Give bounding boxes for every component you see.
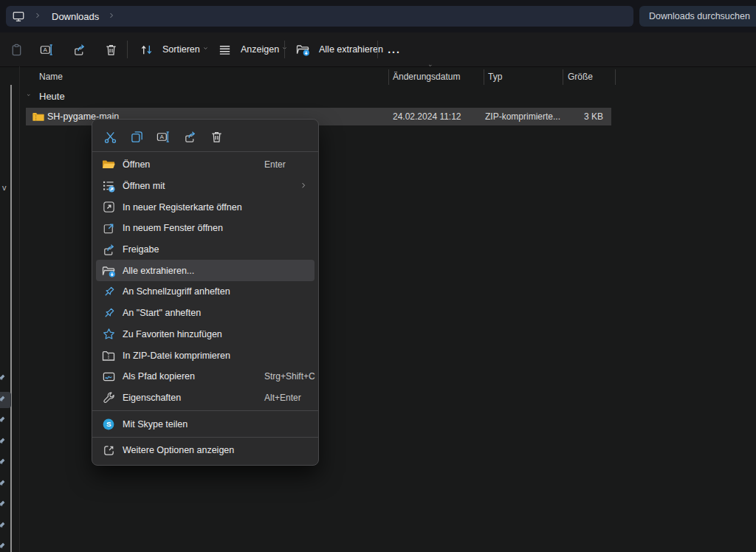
share-button[interactable] xyxy=(67,38,91,61)
pin-icon xyxy=(101,285,116,299)
column-header-modified[interactable]: Änderungsdatum xyxy=(393,72,460,82)
wrench-icon xyxy=(101,390,116,404)
zip-folder-icon xyxy=(101,348,116,363)
nav-item-label-fragment: v xyxy=(2,183,7,192)
extract-icon xyxy=(291,42,315,57)
shortcut-label: Strg+Shift+C xyxy=(264,371,315,382)
extract-all-button[interactable]: Alle extrahieren xyxy=(291,38,386,61)
context-menu-item-an-start-anheften[interactable]: An "Start" anheften xyxy=(92,303,318,324)
sort-button[interactable]: Sortieren xyxy=(134,38,213,61)
context-menu-item-weitere-optionen-anzeigen[interactable]: Weitere Optionen anzeigen xyxy=(92,440,318,461)
share-button[interactable] xyxy=(176,125,203,148)
see-more-button[interactable]: ... xyxy=(382,38,406,61)
skype-icon: S xyxy=(101,418,116,431)
sort-label: Sortieren xyxy=(158,44,203,55)
context-menu-item-eigenschaften[interactable]: EigenschaftenAlt+Enter xyxy=(92,387,318,409)
menu-separator xyxy=(92,151,318,152)
breadcrumb-downloads[interactable]: Downloads xyxy=(46,11,105,22)
chevron-down-icon[interactable] xyxy=(27,93,34,100)
submenu-chevron-icon xyxy=(300,182,309,191)
delete-button[interactable] xyxy=(99,38,123,61)
open-with-icon xyxy=(101,179,116,193)
column-header-name[interactable]: Name xyxy=(39,72,63,82)
menu-item-label: In ZIP-Datei komprimieren xyxy=(123,351,230,361)
svg-text:A: A xyxy=(43,46,47,53)
extract-label: Alle extrahieren xyxy=(315,44,386,55)
pinned-item-pin-icon[interactable] xyxy=(0,373,7,384)
column-separator[interactable] xyxy=(615,69,616,85)
show-more-icon xyxy=(101,444,116,458)
context-menu-item-öffnen-mit[interactable]: Öffnen mit xyxy=(92,176,318,197)
cut-icon xyxy=(103,130,117,144)
context-menu-item-zu-favoriten-hinzufügen[interactable]: Zu Favoriten hinzufügen xyxy=(92,324,318,345)
new-tab-icon xyxy=(101,200,116,214)
copy-button[interactable] xyxy=(123,125,150,148)
view-button[interactable]: Anzeigen xyxy=(213,38,292,61)
column-header-size[interactable]: Größe xyxy=(568,72,593,82)
pane-divider xyxy=(19,66,20,552)
address-bar[interactable]: Downloads xyxy=(6,6,633,27)
shortcut-label: Enter xyxy=(264,159,286,170)
chevron-down-icon xyxy=(203,46,213,54)
toolbar-divider xyxy=(284,41,285,58)
context-menu-item-als-pfad-kopieren[interactable]: Als Pfad kopierenStrg+Shift+C xyxy=(92,366,318,387)
context-menu-item-in-neuem-fenster-öffnen[interactable]: In neuem Fenster öffnen xyxy=(92,218,318,239)
context-menu-item-an-schnellzugriff-anheften[interactable]: An Schnellzugriff anheften xyxy=(92,281,318,303)
column-separator[interactable] xyxy=(563,69,563,85)
menu-item-label: Weitere Optionen anzeigen xyxy=(123,445,234,455)
pinned-item-pin-icon[interactable] xyxy=(0,394,7,406)
pinned-item-pin-icon[interactable] xyxy=(0,436,7,448)
rename-icon: A xyxy=(35,43,58,57)
cut-button[interactable] xyxy=(97,125,123,148)
menu-item-label: Eigenschaften xyxy=(123,393,181,403)
toolbar-divider xyxy=(377,41,378,58)
column-header-type[interactable]: Typ xyxy=(488,72,502,82)
svg-text:A: A xyxy=(159,134,164,140)
search-input[interactable]: Downloads durchsuchen xyxy=(639,6,756,27)
copy-path-icon xyxy=(101,370,116,384)
trash-icon xyxy=(210,130,224,144)
search-placeholder: Downloads durchsuchen xyxy=(649,11,750,21)
chevron-right-icon[interactable] xyxy=(105,12,120,21)
svg-text:S: S xyxy=(106,420,111,428)
paste-icon xyxy=(4,43,28,57)
rename-button[interactable]: A xyxy=(35,38,58,61)
star-icon xyxy=(101,327,116,341)
pinned-item-pin-icon[interactable] xyxy=(0,415,7,427)
column-separator[interactable] xyxy=(388,69,389,85)
shortcut-label: Alt+Enter xyxy=(264,393,301,403)
pin-icon xyxy=(101,306,116,320)
pinned-item-pin-icon[interactable] xyxy=(0,541,7,552)
context-menu-item-freigabe[interactable]: Freigabe xyxy=(92,239,318,261)
menu-item-label: An "Start" anheften xyxy=(123,308,201,318)
share-icon xyxy=(183,130,197,144)
menu-item-label: Alle extrahieren... xyxy=(123,266,194,276)
context-menu-item-mit-skype-teilen[interactable]: SMit Skype teilen xyxy=(92,413,318,435)
menu-item-label: Freigabe xyxy=(123,244,159,255)
pinned-item-pin-icon[interactable] xyxy=(0,520,7,532)
title-bar: Downloads Downloads durchsuchen xyxy=(0,0,756,32)
delete-button[interactable] xyxy=(203,125,230,148)
view-label: Anzeigen xyxy=(236,44,282,55)
menu-item-label: Öffnen xyxy=(123,159,150,170)
this-pc-icon[interactable] xyxy=(6,10,31,23)
nav-scrollbar[interactable] xyxy=(10,85,12,552)
pinned-item-pin-icon[interactable] xyxy=(0,478,7,490)
trash-icon xyxy=(99,43,123,57)
context-menu-item-alle-extrahieren[interactable]: Alle extrahieren... xyxy=(96,260,315,281)
menu-item-label: Zu Favoriten hinzufügen xyxy=(123,329,222,339)
context-menu-item-öffnen[interactable]: ÖffnenEnter xyxy=(92,154,318,176)
command-toolbar: A Sortieren Anzeigen Alle extrahieren ..… xyxy=(0,32,756,67)
folder-open-icon xyxy=(101,157,116,172)
view-icon xyxy=(213,43,236,57)
pinned-item-pin-icon[interactable] xyxy=(0,457,7,469)
menu-separator xyxy=(92,410,318,411)
context-menu-item-in-zip-datei-komprimieren[interactable]: In ZIP-Datei komprimieren xyxy=(92,345,318,366)
group-row-today[interactable]: Heute xyxy=(27,91,65,102)
context-menu-item-in-neuer-registerkarte-öffnen[interactable]: In neuer Registerkarte öffnen xyxy=(92,196,318,218)
rename-button[interactable]: A xyxy=(150,125,176,148)
menu-item-label: In neuem Fenster öffnen xyxy=(123,223,223,233)
chevron-right-icon[interactable] xyxy=(31,12,46,21)
column-separator[interactable] xyxy=(484,69,484,85)
pinned-item-pin-icon[interactable] xyxy=(0,499,7,511)
